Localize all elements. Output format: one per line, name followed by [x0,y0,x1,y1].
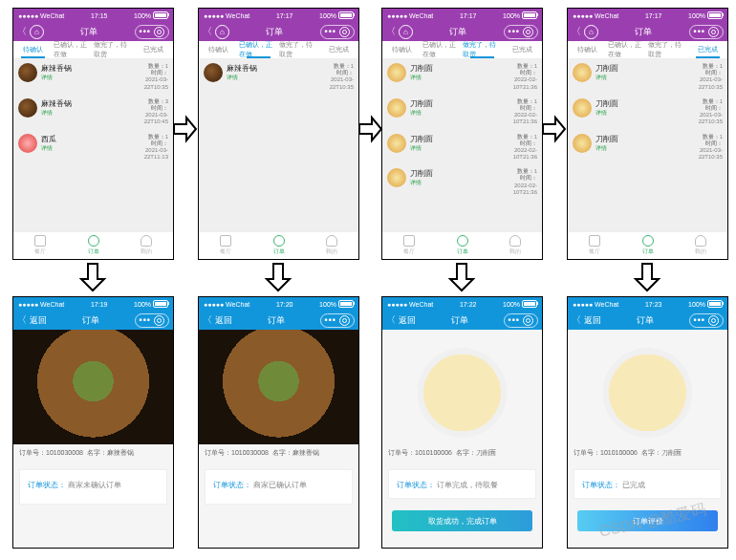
arrow-right-icon [358,115,382,143]
tab-pickup[interactable]: 做完了，待取货 [648,41,688,58]
tabbar-hall[interactable]: 餐厅 [13,232,67,259]
tab-pickup[interactable]: 做完了，待取货 [279,41,319,58]
tabbar-me[interactable]: 我的 [305,232,358,259]
nav-bar: 〈返回 订单 ••• [568,311,727,330]
back-icon[interactable]: 〈 [203,313,212,327]
close-mp-icon[interactable] [154,27,164,37]
list-item[interactable]: 刀削面详情 数量：1时间：2022-02-10T21:36 [382,130,542,165]
tabbar-orders[interactable]: 订单 [252,232,306,259]
order-status-tabs: 待确认 已确认，正在做 做完了，待取货 已完成 [568,41,727,59]
close-mp-icon[interactable] [708,315,719,326]
back-icon[interactable]: 〈 [572,313,581,327]
close-mp-icon[interactable] [339,315,350,326]
close-mp-icon[interactable] [339,27,350,37]
item-title: 麻辣香锅 [41,98,128,109]
carrier-label: ●●●●● WeChat [18,12,64,19]
close-mp-icon[interactable] [708,27,719,37]
bottom-tabbar: 餐厅 订单 我的 [382,231,542,259]
tab-confirmed[interactable]: 已确认，正在做 [54,41,94,58]
tab-pending[interactable]: 待确认 [13,41,54,58]
item-meta: 数量：1 时间： 2021-03-22T10:35 [132,63,168,91]
close-mp-icon[interactable] [523,315,533,326]
home-icon[interactable]: ⌂ [30,25,44,39]
status-bar: ●●●●● WeChat 17:22 100% [382,297,542,311]
back-icon[interactable]: 〈 [386,313,396,327]
list-item[interactable]: 西瓜 详情 数量：1 时间： 2021-03-22T11:13 [13,130,173,165]
back-label[interactable]: 返回 [30,314,47,327]
tab-done[interactable]: 已完成 [133,41,173,58]
nav-bar: 〈返回 订单 ••• [13,311,173,330]
tab-pending[interactable]: 待确认 [199,41,239,58]
tab-confirmed[interactable]: 已确认，正在做 [422,41,463,58]
capsule-button[interactable]: ••• [135,313,169,328]
tabbar-orders[interactable]: 订单 [621,232,675,259]
tabbar-me[interactable]: 我的 [488,232,542,259]
status-bar: ●●●●● WeChat 17:17 100% [382,9,542,22]
bottom-tabbar: 餐厅 订单 我的 [13,231,173,259]
item-thumb [18,134,37,153]
tab-confirmed[interactable]: 已确认，正在做 [608,41,648,58]
tabbar-me[interactable]: 我的 [119,232,173,259]
order-list: 麻辣香锅 详情 数量：1 时间： 2021-03-22T10:35 [199,59,358,231]
bottom-tabbar: 餐厅 订单 我的 [568,231,727,259]
close-mp-icon[interactable] [154,315,164,326]
list-item[interactable]: 刀削面详情 数量：1时间：2021-03-22T10:35 [568,59,727,95]
capsule-button[interactable]: ••• [135,25,169,39]
tabbar-hall[interactable]: 餐厅 [382,232,436,259]
list-item[interactable]: 麻辣香锅 详情 数量：1 时间： 2021-03-22T10:35 [13,59,173,95]
capsule-button[interactable]: ••• [504,313,538,328]
back-icon[interactable]: 〈 [386,25,396,38]
capsule-button[interactable]: ••• [504,25,538,39]
capsule-button[interactable]: ••• [689,25,724,39]
page-title: 订单 [451,314,468,327]
arrow-down-icon [264,263,292,291]
tabbar-me[interactable]: 我的 [674,232,727,259]
tab-done[interactable]: 已完成 [502,41,542,58]
page-title: 订单 [637,314,654,327]
home-icon[interactable]: ⌂ [584,25,598,39]
back-icon[interactable]: 〈 [572,25,581,38]
list-item[interactable]: 刀削面详情 数量：1时间：2021-03-22T10:35 [568,95,727,130]
capsule-button[interactable]: ••• [320,25,355,39]
tabbar-hall[interactable]: 餐厅 [199,232,252,259]
tab-confirmed[interactable]: 已确认，正在做 [239,41,279,58]
order-info: 订单号：1010100006 名字：刀削面 [382,444,542,462]
tab-pickup[interactable]: 做完了，待取货 [463,41,503,58]
page-title: 订单 [635,26,652,38]
page-title: 订单 [266,26,283,38]
more-icon[interactable]: ••• [140,27,151,36]
tab-pending[interactable]: 待确认 [568,41,608,58]
capsule-button[interactable]: ••• [320,313,355,328]
tab-pickup[interactable]: 做完了，待取货 [94,41,134,58]
home-icon[interactable]: ⌂ [215,25,229,39]
capsule-button[interactable]: ••• [689,313,724,328]
back-icon[interactable]: 〈 [17,313,27,327]
review-order-button[interactable]: 订单评价 [577,510,718,531]
close-mp-icon[interactable] [523,27,533,37]
back-icon[interactable]: 〈 [17,25,27,38]
tab-pending[interactable]: 待确认 [382,41,422,58]
order-status-tabs: 待确认 已确认，正在做 做完了，待取货 已完成 [382,41,542,59]
tab-done[interactable]: 已完成 [687,41,727,58]
tabbar-orders[interactable]: 订单 [67,232,120,259]
status-card: 订单状态： 已完成 [574,469,722,499]
list-item[interactable]: 麻辣香锅 详情 数量：3 时间： 2021-03-22T10:45 [13,95,173,130]
list-item[interactable]: 刀削面详情 数量：1时间：2022-02-10T21:36 [382,95,542,130]
back-icon[interactable]: 〈 [203,25,212,38]
order-info: 订单号：1010100006 名字：刀削面 [568,444,727,462]
status-bar: ●●●●● WeChat 17:19 100% [13,297,173,311]
list-item[interactable]: 刀削面详情 数量：1时间：2022-02-10T21:36 [382,59,542,95]
status-bar: ●●●●● WeChat 17:23 100% [568,297,727,311]
list-item[interactable]: 麻辣香锅 详情 数量：1 时间： 2021-03-22T10:35 [199,59,358,95]
list-item[interactable]: 刀削面详情 数量：1时间：2022-02-10T21:36 [382,164,542,200]
tab-done[interactable]: 已完成 [318,41,358,58]
item-thumb [18,63,37,82]
tabbar-orders[interactable]: 订单 [436,232,489,259]
page-title: 订单 [268,314,285,327]
hero-image [382,330,542,444]
complete-order-button[interactable]: 取货成功，完成订单 [392,510,532,531]
list-item[interactable]: 刀削面详情 数量：1时间：2021-03-22T10:35 [568,130,727,165]
status-bar: ●●●●● WeChat 17:15 100% [13,9,173,22]
home-icon[interactable]: ⌂ [399,25,413,39]
tabbar-hall[interactable]: 餐厅 [568,232,621,259]
